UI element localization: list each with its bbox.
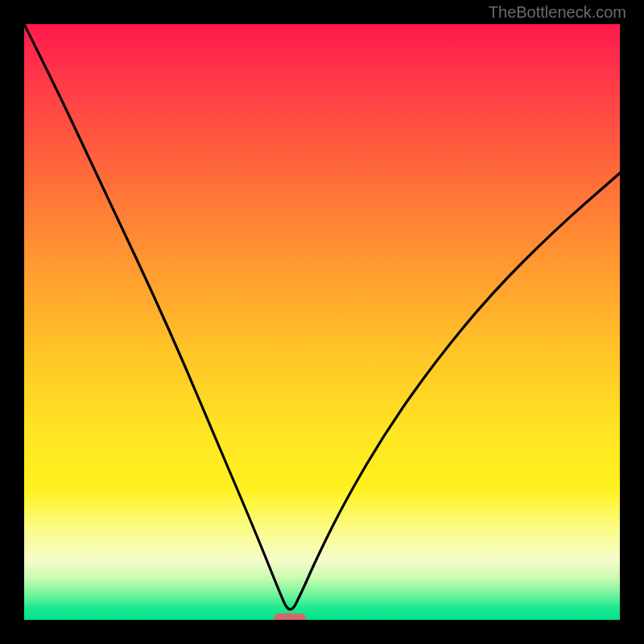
optimal-marker <box>274 613 306 620</box>
plot-area <box>24 24 620 620</box>
bottleneck-curve <box>24 24 620 620</box>
chart-frame: TheBottleneck.com <box>0 0 644 644</box>
watermark: TheBottleneck.com <box>489 3 626 22</box>
